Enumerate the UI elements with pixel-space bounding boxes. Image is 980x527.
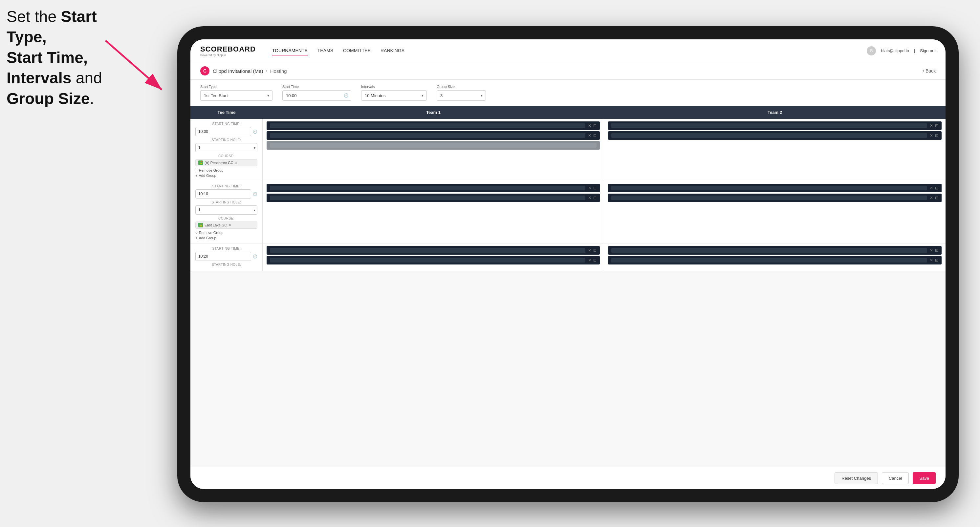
annotation-text: Set the Start Type,Start Time,Intervals … (6, 6, 111, 109)
add-group-2[interactable]: + Add Group (195, 236, 258, 240)
g3-player-name-1-1 (270, 248, 585, 253)
player-x-2-1[interactable]: ✕ (930, 123, 933, 128)
course-tag-2: ⛳ East Lake GC × (195, 222, 258, 229)
th-tee-time: Tee Time (191, 106, 262, 119)
nav-links: TOURNAMENTS TEAMS COMMITTEE RANKINGS (272, 46, 867, 56)
group-row-3: STARTING TIME: 🕙 STARTING HOLE: ✕ ⊡ (191, 243, 945, 271)
player-row-2-1: ✕ ⊡ (608, 121, 942, 130)
starting-time-label-3: STARTING TIME: (195, 247, 258, 250)
g3-player-move-2-2[interactable]: ⊡ (935, 258, 938, 262)
g2-player-row-1-2: ✕ ⊡ (267, 194, 600, 202)
breadcrumb-separator: › (266, 68, 267, 74)
starting-time-input-1[interactable] (195, 127, 251, 136)
breadcrumb-tournament[interactable]: Clippd Invitational (Me) (213, 68, 263, 74)
g2-player-x-1-2[interactable]: ✕ (588, 195, 591, 200)
back-chevron: ‹ (923, 68, 924, 73)
g2-player-x-2-2[interactable]: ✕ (930, 195, 933, 200)
reset-button[interactable]: Reset Changes (835, 472, 878, 484)
course-icon-1: ⛳ (198, 160, 203, 165)
g2-player-name-1-1 (270, 186, 585, 190)
logo-area: SCOREBOARD Powered by clipp.io (200, 45, 256, 57)
g2-player-row-2-2: ✕ ⊡ (608, 194, 942, 202)
start-type-select[interactable]: 1st Tee Start Shotgun Start (200, 90, 272, 101)
intervals-group: Intervals 5 Minutes 10 Minutes 15 Minute… (361, 85, 427, 101)
user-avatar: B (867, 46, 876, 56)
navbar: SCOREBOARD Powered by clipp.io TOURNAMEN… (191, 40, 945, 62)
g3-player-name-2-1 (611, 248, 927, 253)
g3-player-name-2-2 (611, 258, 927, 262)
starting-hole-label-2: STARTING HOLE: (195, 200, 258, 204)
breadcrumb-section: Hosting (270, 68, 287, 74)
clock-icon-2: 🕙 (253, 192, 258, 196)
g3-player-actions-2-1: ✕ ⊡ (930, 248, 938, 253)
intervals-select[interactable]: 5 Minutes 10 Minutes 15 Minutes 20 Minut… (361, 90, 427, 101)
g2-player-name-2-1 (611, 186, 927, 190)
g3-player-move-2-1[interactable]: ⊡ (935, 248, 938, 253)
back-button[interactable]: ‹ Back (923, 68, 935, 73)
g2-player-actions-1-1: ✕ ⊡ (588, 186, 597, 190)
player-name-1-3 (270, 143, 597, 148)
cancel-button[interactable]: Cancel (882, 472, 909, 484)
course-name-1: (A) Peachtree GC (205, 161, 233, 165)
clock-icon-1: 🕙 (253, 130, 258, 134)
start-type-select-wrapper: 1st Tee Start Shotgun Start (200, 90, 272, 101)
add-group-1[interactable]: + Add Group (195, 174, 258, 178)
course-tag-1: ⛳ (A) Peachtree GC × (195, 159, 258, 167)
g2-player-move-1-2[interactable]: ⊡ (593, 195, 597, 200)
g2-player-x-1-1[interactable]: ✕ (588, 186, 591, 190)
player-x-2-2[interactable]: ✕ (930, 133, 933, 138)
nav-rankings[interactable]: RANKINGS (380, 46, 404, 56)
save-button[interactable]: Save (913, 472, 935, 484)
nav-committee[interactable]: COMMITTEE (343, 46, 371, 56)
player-actions-2-2: ✕ ⊡ (930, 133, 938, 138)
remove-group-2[interactable]: ○ Remove Group (195, 231, 258, 235)
group-size-select-wrapper: 2 3 4 (437, 90, 486, 101)
course-remove-1[interactable]: × (235, 160, 237, 165)
g3-player-x-2-2[interactable]: ✕ (930, 258, 933, 262)
nav-tournaments[interactable]: TOURNAMENTS (272, 46, 308, 56)
hole-select-2[interactable]: 1 2 10 (195, 205, 258, 214)
player-actions-1-1: ✕ ⊡ (588, 123, 597, 128)
back-label: Back (926, 68, 935, 73)
g2-player-x-2-1[interactable]: ✕ (930, 186, 933, 190)
g3-player-row-1-1: ✕ ⊡ (267, 246, 600, 255)
g3-player-move-1-2[interactable]: ⊡ (593, 258, 597, 262)
g3-player-x-1-1[interactable]: ✕ (588, 248, 591, 253)
sign-out-separator: | (914, 48, 915, 53)
player-x-1-1[interactable]: ✕ (588, 123, 591, 128)
clock-icon: 🕙 (344, 93, 348, 98)
g3-player-row-2-1: ✕ ⊡ (608, 246, 942, 255)
group-size-label: Group Size (437, 85, 486, 89)
player-move-1-1[interactable]: ⊡ (593, 123, 597, 128)
remove-group-1[interactable]: ○ Remove Group (195, 168, 258, 172)
player-move-1-2[interactable]: ⊡ (593, 133, 597, 138)
bold-start-type: Start Type,Start Time,Intervals (6, 8, 97, 87)
course-remove-2[interactable]: × (229, 223, 231, 227)
g2-player-move-2-2[interactable]: ⊡ (935, 195, 938, 200)
starting-hole-label-1: STARTING HOLE: (195, 138, 258, 142)
group-size-select[interactable]: 2 3 4 (437, 90, 486, 101)
g2-player-move-2-1[interactable]: ⊡ (935, 186, 938, 190)
g3-player-actions-1-2: ✕ ⊡ (588, 258, 597, 262)
player-x-1-2[interactable]: ✕ (588, 133, 591, 138)
sign-out-link[interactable]: Sign out (920, 48, 935, 53)
player-row-1-1: ✕ ⊡ (267, 121, 600, 130)
group-actions-2: ○ Remove Group + Add Group (195, 231, 258, 240)
th-team2: Team 2 (604, 106, 945, 119)
start-time-input[interactable] (282, 90, 351, 101)
starting-time-input-3[interactable] (195, 252, 251, 261)
bottom-bar: Reset Changes Cancel Save (191, 467, 945, 489)
player-row-1-3 (267, 141, 600, 150)
nav-teams[interactable]: TEAMS (318, 46, 333, 56)
starting-time-input-2[interactable] (195, 189, 251, 198)
hole-select-1[interactable]: 1 2 10 (195, 143, 258, 152)
g3-player-x-2-1[interactable]: ✕ (930, 248, 933, 253)
g3-player-move-1-1[interactable]: ⊡ (593, 248, 597, 253)
player-name-1-2 (270, 133, 585, 138)
team2-cell-3: ✕ ⊡ ✕ ⊡ (604, 243, 945, 271)
g2-player-move-1-1[interactable]: ⊡ (593, 186, 597, 190)
g3-player-x-1-2[interactable]: ✕ (588, 258, 591, 262)
player-move-2-1[interactable]: ⊡ (935, 123, 938, 128)
intervals-select-wrapper: 5 Minutes 10 Minutes 15 Minutes 20 Minut… (361, 90, 427, 101)
player-move-2-2[interactable]: ⊡ (935, 133, 938, 138)
